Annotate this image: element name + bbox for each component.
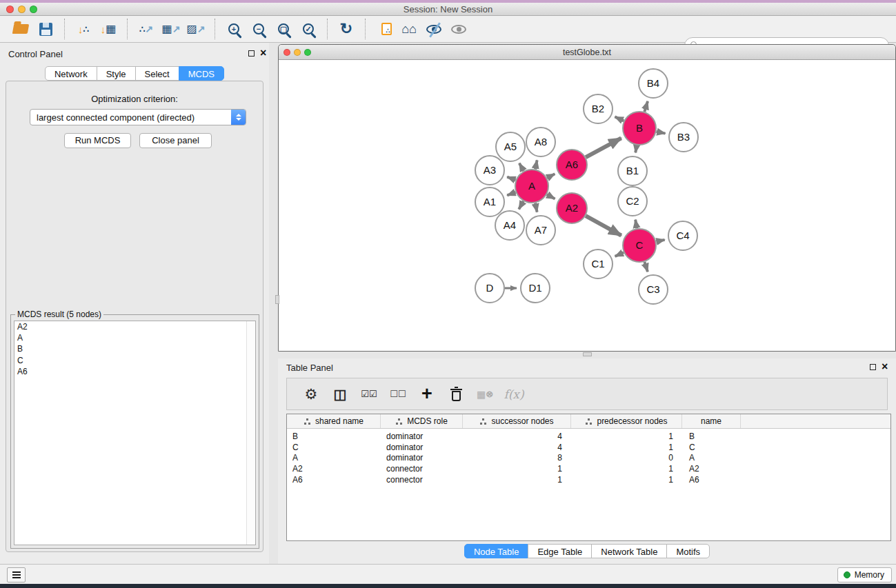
cell-shared-name[interactable]: A2 xyxy=(287,464,381,474)
edge-A-A3[interactable] xyxy=(507,177,515,181)
cell-successor-nodes[interactable]: 1 xyxy=(463,475,571,485)
tab-network-table[interactable]: Network Table xyxy=(591,544,667,558)
node-C2[interactable]: C2 xyxy=(618,187,647,216)
export-network-icon[interactable]: ∴↗ xyxy=(135,18,157,40)
edge-B-B4[interactable] xyxy=(644,101,648,112)
export-image-icon[interactable]: ▨↗ xyxy=(185,18,207,40)
node-C4[interactable]: C4 xyxy=(668,221,697,250)
control-panel-float-button[interactable] xyxy=(248,50,255,57)
table-settings-icon[interactable]: ⚙ xyxy=(300,383,322,405)
edge-A-A1[interactable] xyxy=(507,192,515,196)
node-A5[interactable]: A5 xyxy=(496,132,525,161)
unselect-all-columns-icon[interactable]: ☐☐ xyxy=(387,383,409,405)
cell-name[interactable]: B xyxy=(682,432,741,441)
tab-network[interactable]: Network xyxy=(45,66,97,81)
columns-icon[interactable]: ◫ xyxy=(329,383,351,405)
edge-C-C1[interactable] xyxy=(615,252,624,256)
node-C3[interactable]: C3 xyxy=(639,275,668,304)
node-A3[interactable]: A3 xyxy=(475,156,504,185)
cell-name[interactable]: C xyxy=(682,443,741,452)
edge-B-B1[interactable] xyxy=(635,145,637,153)
column-header-successor-nodes[interactable]: successor nodes xyxy=(463,414,571,428)
cell-mcds-role[interactable]: dominator xyxy=(381,443,463,452)
edge-B-B3[interactable] xyxy=(656,132,665,134)
table-panel-close-button[interactable]: × xyxy=(882,363,888,370)
cell-mcds-role[interactable]: dominator xyxy=(381,432,463,441)
column-header-shared-name[interactable]: shared name xyxy=(287,414,381,428)
node-A[interactable]: A xyxy=(515,170,548,203)
edge-A2-C[interactable] xyxy=(586,216,621,235)
node-A8[interactable]: A8 xyxy=(526,128,555,156)
clone-network-icon[interactable]: ∴ xyxy=(373,18,395,40)
cell-mcds-role[interactable]: connector xyxy=(381,464,463,474)
zoom-out-icon[interactable]: − xyxy=(248,18,270,40)
cell-predecessor-nodes[interactable]: 0 xyxy=(571,453,682,463)
cell-predecessor-nodes[interactable]: 1 xyxy=(571,443,682,452)
cell-shared-name[interactable]: A xyxy=(287,453,381,463)
zoom-selected-icon[interactable]: ✓ xyxy=(297,18,319,40)
mcds-result-item[interactable]: A6 xyxy=(14,366,255,377)
save-session-icon[interactable] xyxy=(34,18,57,40)
cell-successor-nodes[interactable]: 4 xyxy=(463,432,571,441)
edge-A-A2[interactable] xyxy=(547,194,555,199)
open-file-icon[interactable] xyxy=(10,18,32,40)
edge-B-B2[interactable] xyxy=(615,116,624,121)
cell-predecessor-nodes[interactable]: 1 xyxy=(571,475,682,485)
tab-select[interactable]: Select xyxy=(135,66,179,81)
cell-name[interactable]: A6 xyxy=(682,475,741,485)
cell-shared-name[interactable]: A6 xyxy=(287,475,381,485)
mcds-result-item[interactable]: A xyxy=(14,332,255,343)
cell-successor-nodes[interactable]: 4 xyxy=(463,443,571,452)
criterion-dropdown[interactable]: largest connected component (directed) xyxy=(30,109,246,125)
node-B[interactable]: B xyxy=(623,112,656,145)
home-networks-icon[interactable]: ⌂⌂ xyxy=(398,18,420,40)
import-table-icon[interactable]: ↓▦ xyxy=(97,18,119,40)
left-splitter-handle[interactable] xyxy=(275,295,279,304)
task-history-button[interactable] xyxy=(7,567,26,582)
tab-edge-table[interactable]: Edge Table xyxy=(528,544,592,558)
cell-successor-nodes[interactable]: 1 xyxy=(463,464,571,474)
edge-A-A6[interactable] xyxy=(547,174,555,178)
column-header-predecessor-nodes[interactable]: predecessor nodes xyxy=(571,414,682,428)
delete-table-icon[interactable]: ▦⊗ xyxy=(474,383,496,405)
cell-successor-nodes[interactable]: 8 xyxy=(463,453,571,463)
cell-predecessor-nodes[interactable]: 1 xyxy=(571,464,682,474)
export-table-icon[interactable]: ▦↗ xyxy=(160,18,182,40)
node-A4[interactable]: A4 xyxy=(495,211,524,240)
column-header-mcds-role[interactable]: MCDS role xyxy=(381,414,463,428)
edge-C-C4[interactable] xyxy=(656,240,664,242)
node-B3[interactable]: B3 xyxy=(669,123,698,152)
bottom-splitter-handle[interactable] xyxy=(583,352,592,356)
node-C[interactable]: C xyxy=(623,229,656,262)
edge-A-A7[interactable] xyxy=(535,203,537,212)
edge-C-C2[interactable] xyxy=(635,220,637,229)
node-D[interactable]: D xyxy=(475,274,504,303)
mcds-result-item[interactable]: B xyxy=(14,343,255,354)
tab-node-table[interactable]: Node Table xyxy=(464,544,529,558)
edge-C-C3[interactable] xyxy=(644,262,647,272)
cell-mcds-role[interactable]: connector xyxy=(381,475,463,485)
node-D1[interactable]: D1 xyxy=(521,274,550,303)
cell-name[interactable]: A xyxy=(682,453,741,463)
cell-shared-name[interactable]: B xyxy=(287,432,381,441)
eye-slash-icon[interactable] xyxy=(423,18,445,40)
zoom-fit-icon[interactable]: ▢ xyxy=(272,18,295,40)
edge-A-A8[interactable] xyxy=(535,160,537,169)
import-network-icon[interactable]: ↓∴ xyxy=(72,18,94,40)
mcds-result-item[interactable]: C xyxy=(14,355,255,366)
zoom-in-icon[interactable]: + xyxy=(223,18,245,40)
node-A6[interactable]: A6 xyxy=(557,150,587,180)
run-mcds-button[interactable]: Run MCDS xyxy=(64,133,131,148)
mcds-list-scrollbar[interactable] xyxy=(246,321,255,545)
node-A1[interactable]: A1 xyxy=(475,187,504,216)
tab-mcds[interactable]: MCDS xyxy=(179,66,224,81)
select-all-columns-icon[interactable]: ☑☑ xyxy=(358,383,380,405)
add-column-icon[interactable]: + xyxy=(416,383,438,405)
eye-icon[interactable] xyxy=(448,18,470,40)
memory-button[interactable]: Memory xyxy=(837,567,892,582)
edge-A6-B[interactable] xyxy=(586,138,621,157)
tab-style[interactable]: Style xyxy=(97,66,136,81)
table-panel-float-button[interactable] xyxy=(870,364,876,370)
cell-mcds-role[interactable]: dominator xyxy=(381,453,463,463)
cell-name[interactable]: A2 xyxy=(682,464,741,474)
